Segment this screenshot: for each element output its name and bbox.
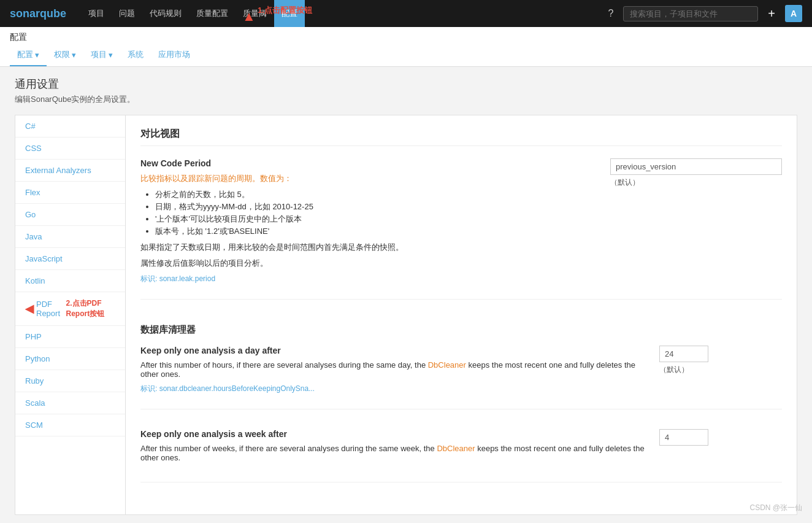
top-navigation: sonarqube 项目 问题 代码规则 质量配置 质量阈 配置 ▲ 1.点击配… <box>0 0 812 27</box>
sidebar: C# CSS External Analyzers Flex Go Java J… <box>15 115 126 514</box>
setting-row-analysis-week: Keep only one analysis a week after Afte… <box>140 429 782 467</box>
setting-desc-analysis-day: After this number of hours, if there are… <box>140 360 649 379</box>
setting-note-2: 属性修改后值影响以后的项目分析。 <box>140 258 600 269</box>
list-item-4: 版本号，比如 '1.2'或'BASELINE' <box>155 226 600 237</box>
sub-nav-settings[interactable]: 配置 ▾ <box>10 44 47 66</box>
sidebar-item-java[interactable]: Java <box>15 226 125 248</box>
page-description: 编辑SonarQube实例的全局设置。 <box>15 94 797 105</box>
sidebar-item-external-analyzers[interactable]: External Analyzers <box>15 160 125 182</box>
sidebar-item-ruby[interactable]: Ruby <box>15 370 125 392</box>
sidebar-item-css[interactable]: CSS <box>15 138 125 160</box>
add-button[interactable]: + <box>763 4 780 23</box>
list-item-2: 日期，格式为yyyy-MM-dd，比如 2010-12-25 <box>155 201 600 212</box>
sub-navigation: 配置 配置 ▾ 权限 ▾ 项目 ▾ 系统 应用市场 <box>0 27 812 67</box>
sidebar-item-scala[interactable]: Scala <box>15 392 125 414</box>
sidebar-item-javascript[interactable]: JavaScript <box>15 248 125 270</box>
setting-label-new-code: New Code Period <box>140 158 600 168</box>
setting-desc-analysis-week: After this number of weeks, if there are… <box>140 444 649 462</box>
setting-tag-new-code: 标识: sonar.leak.period <box>140 274 600 284</box>
watermark: CSDN @张一仙 <box>749 503 802 513</box>
pdf-report-arrow: ◀ <box>25 302 34 316</box>
page-title: 通用设置 <box>15 77 797 91</box>
sidebar-item-kotlin[interactable]: Kotlin <box>15 270 125 292</box>
db-section-title: 数据库清理器 <box>140 319 782 336</box>
nav-item-admin[interactable]: 配置 <box>274 0 305 27</box>
sub-nav-projects[interactable]: 项目 ▾ <box>83 44 120 66</box>
sub-nav-title: 配置 <box>10 27 802 44</box>
list-item-1: 分析之前的天数，比如 5。 <box>155 189 600 200</box>
setting-label-analysis-week: Keep only one analysis a week after <box>140 429 649 439</box>
setting-right-analysis-day: （默认） <box>659 346 782 375</box>
sidebar-item-go[interactable]: Go <box>15 204 125 226</box>
search-input[interactable] <box>623 6 758 21</box>
sub-nav-permissions[interactable]: 权限 ▾ <box>47 44 83 66</box>
top-nav-right: ? + A <box>603 4 802 23</box>
list-item-3: '上个版本'可以比较项目历史中的上个版本 <box>155 214 600 225</box>
main-layout: C# CSS External Analyzers Flex Go Java J… <box>15 115 797 515</box>
sidebar-item-python[interactable]: Python <box>15 348 125 370</box>
sub-nav-items: 配置 ▾ 权限 ▾ 项目 ▾ 系统 应用市场 <box>10 44 802 66</box>
setting-right-new-code: （默认） <box>610 158 782 188</box>
sidebar-item-flex[interactable]: Flex <box>15 182 125 204</box>
nav-item-quality-gates[interactable]: 质量阈 <box>236 0 274 27</box>
setting-left-analysis-week: Keep only one analysis a week after Afte… <box>140 429 649 467</box>
help-button[interactable]: ? <box>603 6 618 21</box>
setting-block-analysis-week: Keep only one analysis a week after Afte… <box>140 429 782 482</box>
setting-left-new-code: New Code Period 比较指标以及跟踪新问题的周期。数值为： 分析之前… <box>140 158 600 284</box>
logo[interactable]: sonarqube <box>10 7 66 20</box>
pdf-report-label: PDF Report <box>36 300 64 318</box>
new-code-period-input[interactable] <box>610 158 782 175</box>
analysis-day-default: （默认） <box>659 365 782 375</box>
logo-text: sonarqube <box>10 7 66 20</box>
analysis-day-input[interactable] <box>659 346 708 362</box>
setting-list-new-code: 分析之前的天数，比如 5。 日期，格式为yyyy-MM-dd，比如 2010-1… <box>155 189 600 237</box>
pdf-report-annotation: 2.点击PDF Report按钮 <box>66 298 115 319</box>
setting-left-analysis-day: Keep only one analysis a day after After… <box>140 346 649 394</box>
setting-row-new-code: New Code Period 比较指标以及跟踪新问题的周期。数值为： 分析之前… <box>140 158 782 284</box>
setting-block-analysis-day: Keep only one analysis a day after After… <box>140 346 782 409</box>
setting-desc-new-code: 比较指标以及跟踪新问题的周期。数值为： <box>140 173 600 184</box>
analysis-week-input[interactable] <box>659 429 708 446</box>
main-area: 对比视图 New Code Period 比较指标以及跟踪新问题的周期。数值为：… <box>126 115 797 514</box>
nav-item-quality-profiles[interactable]: 质量配置 <box>189 0 236 27</box>
sidebar-item-csharp[interactable]: C# <box>15 115 125 138</box>
nav-item-rules[interactable]: 代码规则 <box>142 0 189 27</box>
sub-nav-system[interactable]: 系统 <box>120 44 151 66</box>
setting-note-1: 如果指定了天数或日期，用来比较的会是时间范围内首先满足条件的快照。 <box>140 242 600 253</box>
setting-label-analysis-day: Keep only one analysis a day after <box>140 346 649 355</box>
setting-block-new-code-period: New Code Period 比较指标以及跟踪新问题的周期。数值为： 分析之前… <box>140 158 782 300</box>
nav-item-projects[interactable]: 项目 <box>81 0 112 27</box>
setting-row-analysis-day: Keep only one analysis a day after After… <box>140 346 782 394</box>
page-content: 通用设置 编辑SonarQube实例的全局设置。 C# CSS External… <box>0 67 812 523</box>
sidebar-item-scm[interactable]: SCM <box>15 414 125 436</box>
setting-tag-analysis-day: 标识: sonar.dbcleaner.hoursBeforeKeepingOn… <box>140 384 649 394</box>
nav-item-issues[interactable]: 问题 <box>112 0 142 27</box>
sidebar-item-pdf-report[interactable]: ◀ PDF Report2.点击PDF Report按钮 <box>15 292 125 326</box>
setting-right-analysis-week <box>659 429 782 446</box>
user-avatar[interactable]: A <box>785 5 802 22</box>
section-title-compare: 对比视图 <box>140 128 782 146</box>
sub-nav-marketplace[interactable]: 应用市场 <box>151 44 197 66</box>
new-code-default-label: （默认） <box>610 177 782 188</box>
sidebar-item-php[interactable]: PHP <box>15 326 125 348</box>
